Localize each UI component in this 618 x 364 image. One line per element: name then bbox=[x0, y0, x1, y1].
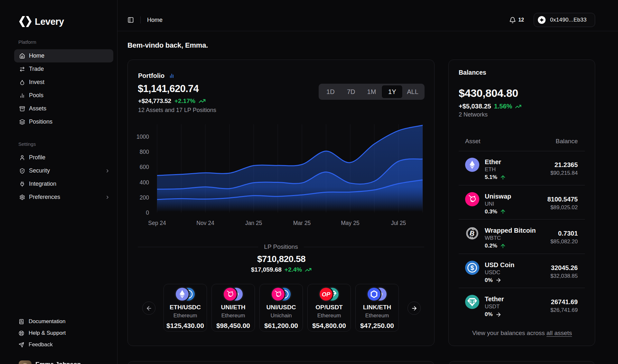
svg-text:Nov 24: Nov 24 bbox=[196, 220, 214, 226]
svg-text:Mar 25: Mar 25 bbox=[293, 220, 311, 226]
svg-text:0: 0 bbox=[146, 210, 149, 216]
svg-text:$: $ bbox=[470, 264, 474, 271]
svg-text:May 25: May 25 bbox=[341, 220, 359, 226]
svg-text:Jul 25: Jul 25 bbox=[391, 220, 406, 226]
svg-text:600: 600 bbox=[140, 164, 149, 170]
svg-text:Sep 24: Sep 24 bbox=[148, 220, 166, 226]
svg-text:800: 800 bbox=[140, 149, 149, 155]
svg-text:1000: 1000 bbox=[136, 134, 149, 140]
svg-text:400: 400 bbox=[140, 179, 149, 186]
svg-text:Jan 25: Jan 25 bbox=[245, 220, 262, 226]
svg-text:200: 200 bbox=[140, 194, 149, 201]
svg-text:OP: OP bbox=[322, 291, 331, 298]
svg-text:B: B bbox=[469, 229, 475, 238]
